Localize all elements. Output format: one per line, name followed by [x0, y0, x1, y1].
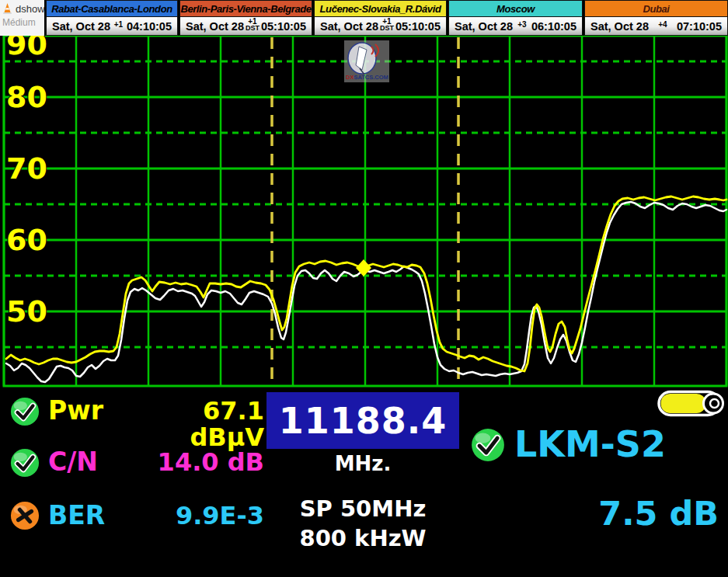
y-axis-tick-label: 80 — [6, 80, 47, 114]
clock-utc-offset: +1 — [114, 21, 123, 28]
cn-label: C/N — [48, 449, 98, 476]
world-clock-bar: dshow Médium Rabat-Casablanca-London Sat… — [0, 0, 728, 36]
clock-cell-lucenec: Lučenec-Slovakia_R.Dávid Sat, Oct 28 +1D… — [312, 0, 447, 36]
clock-city: Moscow — [448, 0, 583, 17]
frequency-value: 11188.4 — [279, 400, 448, 442]
clock-date: Sat, Oct 28 — [52, 20, 110, 33]
battery-icon — [657, 390, 727, 417]
grid — [4, 36, 726, 386]
cn-ok-check-icon — [10, 448, 40, 478]
clock-utc-offset: +1DST — [246, 18, 260, 32]
y-axis-tick-label: 50 — [6, 294, 47, 328]
player-title-row: dshow — [0, 0, 44, 17]
svg-text:DXSATCS.COM: DXSATCS.COM — [346, 74, 388, 81]
clock-cell-dubai: Dubai Sat, Oct 28 +4 07:10:05 — [583, 0, 728, 36]
measurement-panel: Pwr 67.1 dBμV C/N 14.0 dB BER 9.9E-3 111… — [0, 388, 728, 577]
spectrum-chart: 9080706050DXSATCS.COM — [0, 0, 728, 388]
lock-ok-check-icon — [471, 428, 505, 462]
frequency-display-box: 11188.4 — [266, 392, 459, 449]
clock-time-value: 07:10:05 — [677, 20, 722, 33]
clock-date: Sat, Oct 28 — [320, 20, 378, 33]
link-margin-value: 7.5 dB — [542, 494, 719, 533]
clock-utc-offset: +1DST — [380, 18, 394, 32]
clock-datetime: Sat, Oct 28 +1DST 05:10:05 — [314, 17, 447, 36]
clock-date: Sat, Oct 28 — [186, 20, 244, 33]
pwr-ok-check-icon — [10, 397, 40, 426]
clock-cell-rabat: Rabat-Casablanca-London Sat, Oct 28 +1 0… — [44, 0, 178, 36]
ber-value: 9.9E-3 — [131, 503, 264, 530]
pwr-value: 67.1 dBμV — [131, 398, 264, 450]
y-axis-labels: 9080706050 — [6, 27, 47, 328]
cn-value: 14.0 dB — [131, 450, 264, 476]
clock-city: Berlin-Paris-Vienna-Belgrade — [179, 0, 312, 17]
clock-city: Lučenec-Slovakia_R.Dávid — [314, 0, 447, 17]
clock-datetime: Sat, Oct 28 +4 07:10:05 — [584, 17, 728, 36]
clock-time-value: 06:10:05 — [531, 20, 576, 33]
player-subtitle: Médium — [0, 17, 44, 34]
ber-label: BER — [48, 502, 105, 530]
pwr-label: Pwr — [48, 398, 103, 425]
clock-date: Sat, Oct 28 — [590, 20, 649, 33]
traces — [6, 196, 726, 382]
clock-datetime: Sat, Oct 28 +1DST 05:10:05 — [179, 17, 312, 36]
clock-cell-berlin: Berlin-Paris-Vienna-Belgrade Sat, Oct 28… — [178, 0, 312, 36]
resolution-setting: 800 kHzW — [266, 525, 459, 551]
dxsatcs-watermark: DXSATCS.COM — [344, 40, 389, 82]
live-trace — [6, 196, 726, 371]
media-player-pane: dshow Médium — [0, 0, 44, 36]
frequency-unit: MHz. — [266, 452, 459, 475]
clock-date: Sat, Oct 28 — [455, 20, 513, 33]
player-title: dshow — [16, 3, 44, 15]
y-axis-tick-label: 70 — [6, 151, 47, 186]
y-axis-tick-label: 60 — [6, 223, 47, 257]
clock-cell-moscow: Moscow Sat, Oct 28 +3 06:10:05 — [447, 0, 583, 36]
clock-time-value: 04:10:05 — [127, 20, 172, 33]
clock-datetime: Sat, Oct 28 +3 06:10:05 — [448, 17, 583, 36]
satellite-meter-screen: 9080706050DXSATCS.COM dshow Médium Rabat… — [0, 0, 728, 577]
lock-standard-label: LKM-S2 — [514, 423, 666, 465]
clock-datetime: Sat, Oct 28 +1 04:10:05 — [46, 17, 178, 36]
ber-fail-cross-icon — [10, 501, 40, 530]
clock-city: Dubai — [584, 0, 728, 17]
clock-city: Rabat-Casablanca-London — [46, 0, 178, 17]
reference-trace — [6, 202, 726, 382]
clock-time-value: 05:10:05 — [261, 20, 306, 33]
clock-time-value: 05:10:05 — [395, 20, 441, 33]
clock-utc-offset: +3 — [517, 21, 526, 28]
clock-utc-offset: +4 — [658, 21, 667, 28]
span-setting: SP 50MHz — [266, 495, 459, 522]
vlc-cone-icon — [2, 2, 13, 15]
